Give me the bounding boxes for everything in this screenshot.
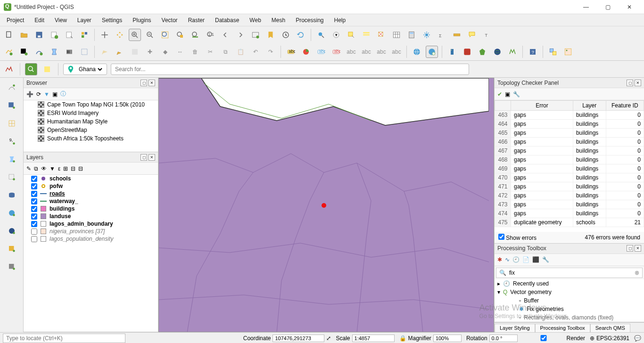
new-shapefile-icon[interactable] [33,46,45,58]
quickosm-icon[interactable] [25,63,37,75]
action-icon[interactable]: ▾ [330,29,342,41]
country-select[interactable]: Ghana [77,65,104,73]
topology-validate-extent-icon[interactable]: ▣ [505,91,510,98]
proc-results-icon[interactable]: 📄 [522,256,529,263]
error-row[interactable]: 473gapsbuildings0 [495,200,644,209]
layer-item[interactable]: schools [24,175,158,182]
close-button[interactable]: ✕ [619,0,640,14]
location-search-input[interactable] [111,64,469,75]
menu-web[interactable]: Web [245,16,265,25]
error-row[interactable]: 469gapsbuildings0 [495,164,644,173]
text-annotation-icon[interactable]: T [481,29,493,41]
messages-icon[interactable]: 💬 [634,335,641,342]
label-toolbar-icon[interactable]: abc [285,46,297,58]
error-row[interactable]: 470gapsbuildings0 [495,173,644,182]
topology-close-button[interactable]: ✕ [635,80,641,86]
menu-database[interactable]: Database [210,16,244,25]
browser-item[interactable]: ESRI World Imagery [24,109,158,117]
rotation-value[interactable] [489,335,518,342]
current-edits-icon[interactable] [99,46,111,58]
quickosm-query-icon[interactable] [41,63,53,75]
add-raster-layer-icon[interactable] [18,46,30,58]
add-vector-layer-icon[interactable] [3,46,15,58]
proc-group-recent[interactable]: ▸🕘Recently used [495,279,644,288]
layers-visibility-icon[interactable]: 👁 [41,165,47,172]
processing-close-button[interactable]: ✕ [635,245,641,252]
add-feature-icon[interactable]: ✚ [144,46,156,58]
menu-edit[interactable]: Edit [30,16,49,25]
delimited-text-icon[interactable]: 9, [5,134,19,148]
layer-item[interactable]: pofw [24,182,158,190]
show-errors-checkbox[interactable]: Show errors [498,234,537,241]
tab-search-qms[interactable]: Search QMS [590,324,630,333]
python-console-icon[interactable] [446,46,458,58]
tab-processing-toolbox[interactable]: Processing Toolbox [535,324,590,333]
browser-close-button[interactable]: ✕ [149,80,155,86]
identify-icon[interactable] [315,29,327,41]
plugin-red-icon[interactable] [461,46,473,58]
render-checkbox[interactable]: Render [522,335,585,342]
error-row[interactable]: 474gapsbuildings0 [495,209,644,218]
map-canvas[interactable] [158,78,494,332]
browser-properties-icon[interactable]: ⓘ [60,90,66,98]
plugin-mmqgis-icon[interactable] [506,46,519,58]
layer-item[interactable]: lagos_admin_boundary [24,220,158,228]
field-calculator-icon[interactable] [405,29,418,41]
browser-tree[interactable]: Cape Town Topo Map NGI 1:50k (2010 ESRI … [24,100,158,152]
layer-visibility-checkbox[interactable] [31,183,37,189]
layers-close-button[interactable]: ✕ [149,154,155,161]
layer-visibility-checkbox[interactable] [31,221,37,227]
proc-algo-rectangles[interactable]: ▫Rectangles, ovals, diamonds (fixed) [495,313,644,322]
processing-toolbox-icon[interactable] [421,29,433,41]
georef-icon[interactable] [5,242,19,256]
layers-add-group-icon[interactable]: ⧉ [34,165,38,172]
vector-create-icon[interactable] [5,81,19,95]
browser-collapse-icon[interactable]: ▣ [52,91,58,98]
error-row[interactable]: 463gapsbuildings0 [495,111,644,120]
browser-undock-button[interactable]: ◻ [140,80,147,86]
proc-algo-fix-geometries[interactable]: ✱Fix geometries [495,305,644,313]
scale-value[interactable] [352,335,395,342]
browser-filter-icon[interactable]: ▼ [44,91,50,98]
map-tips-icon[interactable] [466,29,478,41]
layers-undock-button[interactable]: ◻ [140,154,147,161]
layer-item[interactable]: lagos_population_density [24,235,158,243]
layers-remove-icon[interactable]: ⊟ [78,165,83,172]
postgis-icon[interactable] [5,188,19,202]
pin-labels-icon[interactable]: abc [330,46,342,58]
refresh-icon[interactable] [295,29,307,41]
error-row[interactable]: 464gapsbuildings0 [495,120,644,129]
wfs-icon[interactable] [5,224,19,238]
measure-icon[interactable] [451,29,463,41]
style-manager-icon[interactable] [78,29,91,41]
processing-undock-button[interactable]: ◻ [627,245,633,252]
plugin-topology-icon[interactable] [547,46,559,58]
new-print-layout-icon[interactable] [48,29,60,41]
toggle-editing-icon[interactable] [114,46,126,58]
menu-vector[interactable]: Vector [157,16,182,25]
lock-icon[interactable]: 🔒 [399,335,406,342]
copy-icon[interactable]: ⧉ [219,46,231,58]
attribute-table-icon[interactable] [390,29,403,41]
new-bookmark-icon[interactable] [264,29,277,41]
layer-item[interactable]: landuse [24,212,158,220]
plugin-georef-icon[interactable] [562,46,574,58]
topology-validate-all-icon[interactable]: ✔ [497,91,502,98]
statistics-icon[interactable]: Σ [436,29,448,41]
proc-python-icon[interactable]: ∿ [505,256,510,263]
deselect-icon[interactable] [375,29,388,41]
new-virtual-layer-icon[interactable] [78,46,91,58]
menu-layer[interactable]: Layer [73,16,96,25]
coord-value[interactable] [272,335,324,342]
layers-style-icon[interactable]: ✎ [26,165,31,172]
topology-configure-icon[interactable]: 🔧 [513,91,520,98]
topology-undock-button[interactable]: ◻ [627,80,633,86]
processing-search-input[interactable] [509,270,632,276]
tab-layer-styling[interactable]: Layer Styling [495,324,535,333]
layer-visibility-checkbox[interactable] [31,198,37,204]
layer-visibility-checkbox[interactable] [31,191,37,197]
menu-help[interactable]: Help [330,16,351,25]
error-row[interactable]: 466gapsbuildings0 [495,138,644,147]
layer-visibility-checkbox[interactable] [31,176,37,182]
wms-icon[interactable] [5,206,19,220]
